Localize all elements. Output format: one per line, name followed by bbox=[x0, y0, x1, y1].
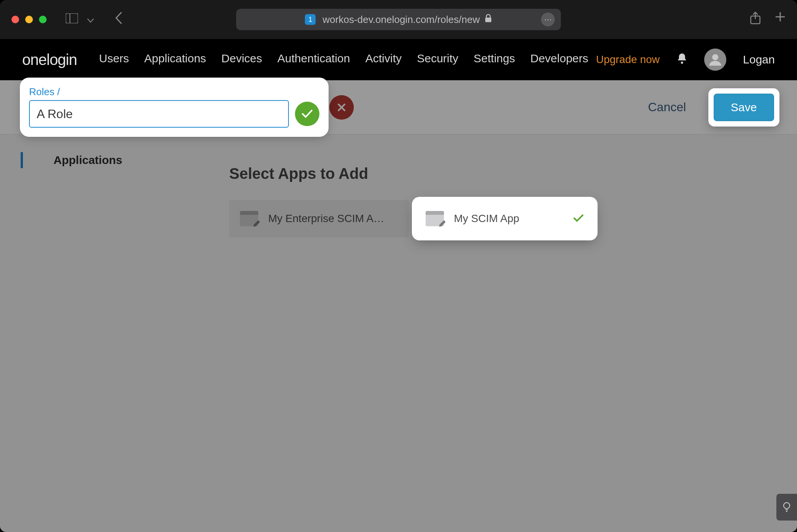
app-icon bbox=[426, 211, 444, 226]
left-sidebar: Applications bbox=[0, 135, 202, 532]
upgrade-link[interactable]: Upgrade now bbox=[596, 54, 660, 66]
sidebar-item-applications[interactable]: Applications bbox=[21, 152, 202, 168]
cancel-button[interactable]: Cancel bbox=[648, 100, 686, 114]
url-bar[interactable]: 1 workos-dev.onelogin.com/roles/new ⋯ bbox=[236, 9, 561, 30]
breadcrumb[interactable]: Roles / bbox=[29, 86, 319, 98]
app-card-selected[interactable]: My SCIM App bbox=[415, 200, 595, 237]
window-zoom-button[interactable] bbox=[39, 16, 47, 23]
nav-item-settings[interactable]: Settings bbox=[474, 52, 515, 67]
svg-rect-2 bbox=[485, 18, 491, 22]
save-button-highlight: Save bbox=[709, 89, 779, 126]
nav-item-applications[interactable]: Applications bbox=[144, 52, 206, 67]
window-controls bbox=[11, 16, 47, 23]
content-area: Select Apps to Add My Enterprise SCIM A…… bbox=[202, 135, 797, 532]
svg-point-9 bbox=[784, 503, 790, 509]
help-fab[interactable] bbox=[776, 494, 797, 521]
share-icon[interactable] bbox=[750, 11, 761, 28]
app-card-list: My Enterprise SCIM A… My SCIM App bbox=[229, 200, 797, 237]
sidebar-toggle-icon[interactable] bbox=[66, 13, 78, 26]
chevron-down-icon[interactable] bbox=[87, 13, 94, 26]
save-button[interactable]: Save bbox=[714, 94, 774, 121]
nav-item-developers[interactable]: Developers bbox=[530, 52, 588, 67]
window-close-button[interactable] bbox=[11, 16, 19, 23]
avatar[interactable] bbox=[704, 49, 726, 71]
app-header: onelogin Users Applications Devices Auth… bbox=[0, 39, 797, 80]
window-minimize-button[interactable] bbox=[25, 16, 33, 23]
nav-item-activity[interactable]: Activity bbox=[365, 52, 402, 67]
nav-item-users[interactable]: Users bbox=[99, 52, 129, 67]
lock-icon bbox=[484, 14, 492, 25]
app-icon bbox=[240, 211, 258, 226]
nav-item-authentication[interactable]: Authentication bbox=[277, 52, 350, 67]
check-icon bbox=[573, 212, 584, 225]
svg-rect-0 bbox=[66, 13, 78, 23]
top-nav: Users Applications Devices Authenticatio… bbox=[99, 52, 588, 67]
app-name-label: My SCIM App bbox=[454, 212, 563, 225]
svg-point-7 bbox=[681, 62, 683, 64]
app-body: Roles / Cancel Save Appl bbox=[0, 80, 797, 532]
brand-logo[interactable]: onelogin bbox=[22, 51, 77, 68]
nav-item-devices[interactable]: Devices bbox=[221, 52, 262, 67]
svg-point-8 bbox=[712, 54, 718, 60]
browser-chrome: 1 workos-dev.onelogin.com/roles/new ⋯ bbox=[0, 0, 797, 39]
role-name-editor: Roles / bbox=[22, 80, 326, 135]
app-card[interactable]: My Enterprise SCIM A… bbox=[229, 200, 409, 237]
cancel-name-button[interactable] bbox=[329, 95, 354, 120]
sub-header: Roles / Cancel Save bbox=[0, 80, 797, 135]
new-tab-icon[interactable] bbox=[775, 11, 786, 28]
confirm-name-button[interactable] bbox=[295, 102, 319, 126]
browser-window: 1 workos-dev.onelogin.com/roles/new ⋯ on… bbox=[0, 0, 797, 532]
site-settings-icon[interactable]: ⋯ bbox=[541, 13, 555, 26]
app-name-label: My Enterprise SCIM A… bbox=[268, 212, 398, 225]
username-label[interactable]: Logan bbox=[743, 53, 775, 66]
nav-item-security[interactable]: Security bbox=[417, 52, 458, 67]
url-text: workos-dev.onelogin.com/roles/new bbox=[322, 14, 479, 26]
section-title: Select Apps to Add bbox=[229, 165, 797, 182]
tab-count-badge: 1 bbox=[305, 14, 316, 25]
main-content: Applications Select Apps to Add My Enter… bbox=[0, 135, 797, 532]
notifications-icon[interactable] bbox=[677, 53, 687, 67]
browser-back-button[interactable] bbox=[115, 11, 123, 28]
role-name-input[interactable] bbox=[29, 100, 289, 128]
